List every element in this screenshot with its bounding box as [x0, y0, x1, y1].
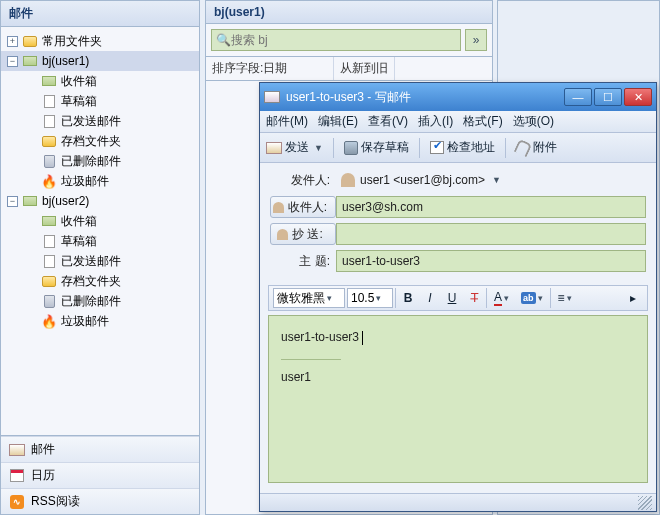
nav-label: 日历 [31, 467, 55, 484]
to-button[interactable]: 收件人: [270, 196, 336, 218]
separator [395, 288, 396, 308]
signature-text: user1 [281, 366, 635, 389]
tree-junk[interactable]: 🔥垃圾邮件 [1, 311, 199, 331]
folder-icon [22, 33, 38, 49]
person-icon [341, 173, 355, 187]
tree-deleted[interactable]: 已删除邮件 [1, 291, 199, 311]
tree-sent[interactable]: 已发送邮件 [1, 251, 199, 271]
signature-divider [281, 359, 341, 360]
tree-inbox[interactable]: 收件箱 [1, 211, 199, 231]
tree-drafts[interactable]: 草稿箱 [1, 91, 199, 111]
tree-label: 已发送邮件 [61, 253, 121, 270]
tree-favorites[interactable]: +常用文件夹 [1, 31, 199, 51]
chevron-down-icon: ▾ [502, 293, 509, 303]
format-overflow-button[interactable]: ▸ [623, 288, 643, 308]
underline-button[interactable]: U [442, 288, 462, 308]
subject-label: 主 题: [270, 253, 336, 270]
tree-sent[interactable]: 已发送邮件 [1, 111, 199, 131]
clear-format-button[interactable]: T̶ [464, 288, 484, 308]
nav-label: 邮件 [31, 441, 55, 458]
rss-icon: ∿ [9, 494, 25, 510]
bottom-nav: 邮件 日历 ∿RSS阅读 [1, 435, 199, 514]
tree-label: 垃圾邮件 [61, 313, 109, 330]
menu-view[interactable]: 查看(V) [368, 113, 408, 130]
tree-label: 已删除邮件 [61, 153, 121, 170]
junk-icon: 🔥 [41, 173, 57, 189]
sent-icon [41, 113, 57, 129]
align-icon: ≡ [558, 291, 565, 305]
nav-label: RSS阅读 [31, 493, 80, 510]
save-draft-button[interactable]: 保存草稿 [344, 139, 409, 156]
menu-format[interactable]: 格式(F) [463, 113, 502, 130]
trash-icon [41, 153, 57, 169]
message-body[interactable]: user1-to-user3 user1 [268, 315, 648, 483]
from-picker[interactable]: user1 <user1@bj.com>▼ [336, 169, 646, 191]
from-label: 发件人: [270, 172, 336, 189]
minimize-button[interactable]: — [564, 88, 592, 106]
folder-tree: +常用文件夹 −bj(user1) 收件箱 草稿箱 已发送邮件 存档文件夹 已删… [1, 27, 199, 435]
btn-label: 发送 [285, 139, 309, 156]
highlight-button[interactable]: ab▾ [516, 288, 548, 308]
format-toolbar: 微软雅黑▾ 10.5▾ B I U T̶ A▾ ab▾ ≡▾ ▸ [268, 285, 648, 311]
tree-label: 已删除邮件 [61, 293, 121, 310]
align-button[interactable]: ≡▾ [553, 288, 577, 308]
tree-account2[interactable]: −bj(user2) [1, 191, 199, 211]
tree-archive[interactable]: 存档文件夹 [1, 271, 199, 291]
send-button[interactable]: 发送▼ [266, 139, 323, 156]
to-input[interactable]: user3@sh.com [336, 196, 646, 218]
tree-drafts[interactable]: 草稿箱 [1, 231, 199, 251]
italic-button[interactable]: I [420, 288, 440, 308]
person-icon [273, 202, 284, 213]
search-input[interactable] [231, 33, 456, 47]
tree-account1[interactable]: −bj(user1) [1, 51, 199, 71]
search-options-button[interactable]: » [465, 29, 487, 51]
cc-button[interactable]: 抄 送: [270, 223, 336, 245]
search-box[interactable]: 🔍 [211, 29, 461, 51]
close-button[interactable]: ✕ [624, 88, 652, 106]
sort-field[interactable]: 排序字段:日期 [206, 57, 334, 80]
font-color-button[interactable]: A▾ [489, 288, 514, 308]
sort-direction[interactable]: 从新到旧 [334, 57, 395, 80]
inbox-icon [41, 73, 57, 89]
nav-mail[interactable]: 邮件 [1, 436, 199, 462]
menu-options[interactable]: 选项(O) [513, 113, 554, 130]
tree-archive[interactable]: 存档文件夹 [1, 131, 199, 151]
collapse-icon[interactable]: − [7, 196, 18, 207]
attach-button[interactable]: 附件 [516, 139, 557, 156]
tree-label: 收件箱 [61, 213, 97, 230]
nav-rss[interactable]: ∿RSS阅读 [1, 488, 199, 514]
bold-button[interactable]: B [398, 288, 418, 308]
menu-edit[interactable]: 编辑(E) [318, 113, 358, 130]
subject-input[interactable]: user1-to-user3 [336, 250, 646, 272]
font-select[interactable]: 微软雅黑▾ [273, 288, 345, 308]
list-header: bj(user1) [206, 1, 492, 24]
resize-grip[interactable] [638, 496, 652, 510]
sort-row[interactable]: 排序字段:日期 从新到旧 [206, 57, 492, 81]
folder-icon [41, 133, 57, 149]
sent-icon [41, 253, 57, 269]
tree-label: bj(user2) [42, 194, 89, 208]
tree-deleted[interactable]: 已删除邮件 [1, 151, 199, 171]
tree-inbox[interactable]: 收件箱 [1, 71, 199, 91]
chevron-down-icon: ▼ [490, 175, 501, 185]
expand-icon[interactable]: + [7, 36, 18, 47]
btn-label: 保存草稿 [361, 139, 409, 156]
separator [419, 138, 420, 158]
size-select[interactable]: 10.5▾ [347, 288, 393, 308]
sidebar-header: 邮件 [1, 1, 199, 27]
cc-input[interactable] [336, 223, 646, 245]
collapse-icon[interactable]: − [7, 56, 18, 67]
send-icon [266, 142, 282, 154]
check-address-button[interactable]: 检查地址 [430, 139, 495, 156]
nav-calendar[interactable]: 日历 [1, 462, 199, 488]
menu-insert[interactable]: 插入(I) [418, 113, 453, 130]
window-icon [264, 91, 280, 103]
tree-label: 存档文件夹 [61, 273, 121, 290]
trash-icon [41, 293, 57, 309]
maximize-button[interactable]: ☐ [594, 88, 622, 106]
junk-icon: 🔥 [41, 313, 57, 329]
tree-junk[interactable]: 🔥垃圾邮件 [1, 171, 199, 191]
menu-mail[interactable]: 邮件(M) [266, 113, 308, 130]
save-icon [344, 141, 358, 155]
titlebar[interactable]: user1-to-user3 - 写邮件 — ☐ ✕ [260, 83, 656, 111]
